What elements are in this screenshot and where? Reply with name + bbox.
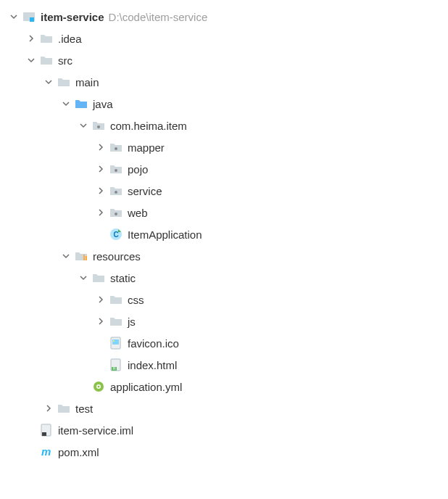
chevron-down-icon[interactable] (41, 78, 57, 86)
tree-row[interactable]: resources (6, 245, 442, 267)
svg-text:m: m (41, 445, 51, 458)
node-label: application.yml (110, 381, 182, 393)
module-icon (22, 9, 36, 24)
svg-rect-1 (30, 17, 34, 22)
node-label: static (110, 272, 136, 284)
package-icon (109, 205, 123, 220)
tree-row[interactable]: .idea (6, 28, 442, 49)
tree-row[interactable]: m pom.xml (6, 441, 442, 463)
chevron-right-icon[interactable] (93, 144, 109, 151)
svg-point-6 (115, 213, 117, 215)
svg-point-3 (115, 147, 117, 150)
folder-icon (109, 314, 123, 329)
folder-icon (39, 53, 54, 67)
tree-row[interactable]: src (6, 49, 442, 71)
tree-row[interactable]: mapper (6, 136, 442, 158)
chevron-down-icon[interactable] (6, 13, 22, 20)
node-label: .idea (58, 33, 82, 45)
chevron-right-icon[interactable] (93, 209, 109, 216)
tree-row[interactable]: application.yml (6, 376, 442, 397)
tree-row[interactable]: pojo (6, 158, 442, 180)
source-folder-icon (74, 96, 88, 111)
svg-rect-12 (112, 339, 119, 345)
package-icon (91, 118, 106, 133)
node-label: pojo (128, 163, 148, 176)
tree-row-root[interactable]: item-service D:\code\item-service (6, 6, 442, 28)
svg-point-4 (115, 169, 117, 172)
tree-row[interactable]: test (6, 397, 442, 419)
folder-icon (57, 401, 71, 416)
node-label: java (93, 98, 113, 110)
tree-row[interactable]: java (6, 93, 442, 115)
chevron-right-icon[interactable] (93, 296, 109, 303)
project-tree: item-service D:\code\item-service .idea … (6, 6, 442, 463)
node-label: pom.xml (58, 446, 99, 458)
node-label: test (75, 403, 93, 415)
node-label: com.heima.item (110, 120, 187, 132)
svg-text:H: H (113, 366, 116, 371)
svg-point-5 (115, 191, 117, 194)
chevron-right-icon[interactable] (41, 405, 57, 412)
spring-class-icon: C (109, 227, 123, 242)
chevron-down-icon[interactable] (75, 274, 91, 281)
node-label: resources (93, 250, 141, 263)
svg-rect-10 (86, 256, 87, 260)
tree-row[interactable]: favicon.ico (6, 332, 442, 354)
chevron-down-icon[interactable] (23, 57, 39, 64)
tree-row[interactable]: web (6, 202, 442, 223)
root-name: item-service (41, 11, 104, 23)
tree-row[interactable]: static (6, 267, 442, 289)
resources-folder-icon (74, 249, 88, 263)
tree-row[interactable]: main (6, 71, 442, 93)
folder-icon (39, 31, 54, 46)
html-file-icon: H (109, 358, 123, 372)
svg-rect-21 (42, 432, 46, 436)
node-label: web (128, 207, 148, 219)
chevron-right-icon[interactable] (93, 187, 109, 194)
node-label: ItemApplication (128, 228, 202, 241)
chevron-right-icon[interactable] (23, 35, 39, 42)
svg-point-2 (97, 125, 100, 128)
chevron-down-icon[interactable] (75, 122, 91, 129)
tree-row[interactable]: service (6, 180, 442, 202)
tree-row[interactable]: H index.html (6, 354, 442, 376)
chevron-down-icon[interactable] (58, 100, 74, 107)
svg-point-13 (113, 340, 115, 342)
tree-row[interactable]: com.heima.item (6, 115, 442, 136)
spring-config-icon (91, 379, 106, 394)
chevron-right-icon[interactable] (93, 318, 109, 325)
folder-icon (57, 75, 71, 89)
node-label: mapper (128, 141, 165, 154)
chevron-down-icon[interactable] (58, 252, 74, 260)
root-path: D:\code\item-service (109, 11, 208, 23)
image-file-icon (109, 336, 123, 350)
svg-point-19 (98, 386, 100, 388)
folder-icon (109, 292, 123, 307)
package-icon (109, 162, 123, 176)
chevron-right-icon[interactable] (93, 165, 109, 173)
maven-file-icon: m (39, 445, 54, 459)
package-icon (109, 183, 123, 198)
node-label: src (58, 54, 72, 67)
tree-row[interactable]: item-service.iml (6, 419, 442, 441)
node-label: item-service.iml (58, 424, 133, 437)
node-label: index.html (128, 359, 177, 371)
node-label: js (128, 316, 136, 328)
svg-rect-9 (83, 255, 85, 260)
node-label: service (128, 185, 162, 197)
node-label: main (75, 76, 99, 88)
tree-row[interactable]: css (6, 289, 442, 310)
tree-row[interactable]: C ItemApplication (6, 223, 442, 245)
svg-text:C: C (113, 231, 118, 239)
node-label: favicon.ico (128, 337, 179, 350)
iml-file-icon (39, 423, 54, 437)
package-icon (109, 140, 123, 154)
folder-icon (91, 271, 106, 285)
node-label: css (128, 294, 144, 306)
tree-row[interactable]: js (6, 310, 442, 332)
